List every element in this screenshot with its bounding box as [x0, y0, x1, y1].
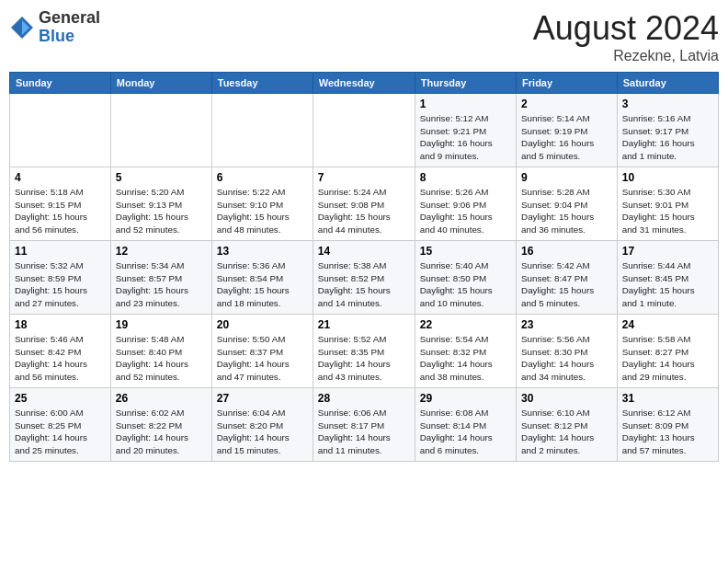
calendar-cell: 16Sunrise: 5:42 AM Sunset: 8:47 PM Dayli… — [517, 241, 618, 315]
day-info: Sunrise: 5:32 AM Sunset: 8:59 PM Dayligh… — [15, 260, 87, 308]
day-info: Sunrise: 5:24 AM Sunset: 9:08 PM Dayligh… — [318, 187, 391, 235]
day-number: 11 — [15, 245, 106, 258]
calendar-cell: 14Sunrise: 5:38 AM Sunset: 8:52 PM Dayli… — [313, 241, 415, 315]
calendar-cell: 4Sunrise: 5:18 AM Sunset: 9:15 PM Daylig… — [10, 167, 111, 241]
calendar-cell — [211, 94, 313, 167]
day-number: 20 — [217, 318, 308, 331]
calendar-cell: 28Sunrise: 6:06 AM Sunset: 8:17 PM Dayli… — [313, 388, 415, 462]
day-info: Sunrise: 5:36 AM Sunset: 8:54 PM Dayligh… — [217, 260, 290, 308]
calendar-cell: 5Sunrise: 5:20 AM Sunset: 9:13 PM Daylig… — [110, 167, 211, 241]
header-monday: Monday — [110, 73, 211, 94]
day-number: 17 — [622, 245, 713, 258]
day-info: Sunrise: 5:30 AM Sunset: 9:01 PM Dayligh… — [622, 187, 695, 235]
header-sunday: Sunday — [10, 73, 111, 94]
day-number: 22 — [420, 318, 511, 331]
calendar-cell: 27Sunrise: 6:04 AM Sunset: 8:20 PM Dayli… — [211, 388, 313, 462]
calendar-cell: 15Sunrise: 5:40 AM Sunset: 8:50 PM Dayli… — [415, 241, 516, 315]
calendar-cell: 10Sunrise: 5:30 AM Sunset: 9:01 PM Dayli… — [617, 167, 718, 241]
week-row-2: 4Sunrise: 5:18 AM Sunset: 9:15 PM Daylig… — [10, 167, 719, 241]
day-info: Sunrise: 5:12 AM Sunset: 9:21 PM Dayligh… — [420, 113, 493, 161]
calendar-title: August 2024 — [533, 9, 719, 48]
calendar-cell: 2Sunrise: 5:14 AM Sunset: 9:19 PM Daylig… — [517, 94, 618, 167]
calendar-cell: 25Sunrise: 6:00 AM Sunset: 8:25 PM Dayli… — [10, 388, 111, 462]
day-number: 21 — [318, 318, 410, 331]
logo: General Blue — [9, 9, 100, 46]
day-info: Sunrise: 5:58 AM Sunset: 8:27 PM Dayligh… — [622, 334, 695, 382]
day-number: 1 — [420, 98, 511, 110]
calendar-cell: 20Sunrise: 5:50 AM Sunset: 8:37 PM Dayli… — [211, 315, 313, 388]
calendar-cell: 24Sunrise: 5:58 AM Sunset: 8:27 PM Dayli… — [617, 315, 718, 388]
day-info: Sunrise: 5:54 AM Sunset: 8:32 PM Dayligh… — [420, 334, 493, 382]
calendar-cell: 17Sunrise: 5:44 AM Sunset: 8:45 PM Dayli… — [617, 241, 718, 315]
day-number: 15 — [420, 245, 511, 258]
day-number: 27 — [217, 392, 308, 405]
week-row-3: 11Sunrise: 5:32 AM Sunset: 8:59 PM Dayli… — [10, 241, 719, 315]
day-number: 13 — [217, 245, 308, 258]
day-info: Sunrise: 6:00 AM Sunset: 8:25 PM Dayligh… — [15, 408, 87, 455]
day-info: Sunrise: 5:46 AM Sunset: 8:42 PM Dayligh… — [15, 334, 87, 382]
day-number: 23 — [521, 318, 612, 331]
header-tuesday: Tuesday — [211, 73, 313, 94]
day-number: 18 — [15, 318, 106, 331]
day-number: 29 — [420, 392, 511, 405]
logo-icon — [9, 15, 35, 40]
calendar-cell: 9Sunrise: 5:28 AM Sunset: 9:04 PM Daylig… — [517, 167, 618, 241]
calendar-cell: 23Sunrise: 5:56 AM Sunset: 8:30 PM Dayli… — [517, 315, 618, 388]
calendar-cell — [10, 94, 111, 167]
calendar-cell: 8Sunrise: 5:26 AM Sunset: 9:06 PM Daylig… — [415, 167, 516, 241]
day-info: Sunrise: 5:28 AM Sunset: 9:04 PM Dayligh… — [521, 187, 594, 235]
day-number: 19 — [116, 318, 207, 331]
day-info: Sunrise: 5:50 AM Sunset: 8:37 PM Dayligh… — [217, 334, 290, 382]
day-info: Sunrise: 5:18 AM Sunset: 9:15 PM Dayligh… — [15, 187, 87, 235]
calendar-cell: 26Sunrise: 6:02 AM Sunset: 8:22 PM Dayli… — [110, 388, 211, 462]
day-number: 5 — [116, 171, 207, 184]
day-number: 25 — [15, 392, 106, 405]
calendar-cell: 31Sunrise: 6:12 AM Sunset: 8:09 PM Dayli… — [617, 388, 718, 462]
calendar-cell: 12Sunrise: 5:34 AM Sunset: 8:57 PM Dayli… — [110, 241, 211, 315]
day-info: Sunrise: 5:44 AM Sunset: 8:45 PM Dayligh… — [622, 260, 695, 308]
day-info: Sunrise: 6:12 AM Sunset: 8:09 PM Dayligh… — [622, 408, 695, 455]
calendar-cell: 18Sunrise: 5:46 AM Sunset: 8:42 PM Dayli… — [10, 315, 111, 388]
day-number: 7 — [318, 171, 410, 184]
calendar-cell: 21Sunrise: 5:52 AM Sunset: 8:35 PM Dayli… — [313, 315, 415, 388]
logo-general: General — [39, 9, 100, 28]
week-row-4: 18Sunrise: 5:46 AM Sunset: 8:42 PM Dayli… — [10, 315, 719, 388]
calendar-cell: 11Sunrise: 5:32 AM Sunset: 8:59 PM Dayli… — [10, 241, 111, 315]
day-number: 31 — [622, 392, 713, 405]
day-info: Sunrise: 6:06 AM Sunset: 8:17 PM Dayligh… — [318, 408, 391, 455]
day-number: 3 — [622, 98, 713, 110]
day-info: Sunrise: 6:04 AM Sunset: 8:20 PM Dayligh… — [217, 408, 290, 455]
calendar-cell: 19Sunrise: 5:48 AM Sunset: 8:40 PM Dayli… — [110, 315, 211, 388]
day-number: 24 — [622, 318, 713, 331]
day-info: Sunrise: 5:48 AM Sunset: 8:40 PM Dayligh… — [116, 334, 188, 382]
day-info: Sunrise: 5:42 AM Sunset: 8:47 PM Dayligh… — [521, 260, 594, 308]
logo-blue: Blue — [39, 28, 100, 46]
header-saturday: Saturday — [617, 73, 718, 94]
calendar-cell: 6Sunrise: 5:22 AM Sunset: 9:10 PM Daylig… — [211, 167, 313, 241]
page-header: General Blue August 2024 Rezekne, Latvia — [9, 9, 719, 64]
day-info: Sunrise: 5:34 AM Sunset: 8:57 PM Dayligh… — [116, 260, 188, 308]
day-number: 16 — [521, 245, 612, 258]
header-wednesday: Wednesday — [313, 73, 415, 94]
day-info: Sunrise: 5:22 AM Sunset: 9:10 PM Dayligh… — [217, 187, 290, 235]
day-number: 8 — [420, 171, 511, 184]
week-row-1: 1Sunrise: 5:12 AM Sunset: 9:21 PM Daylig… — [10, 94, 719, 167]
day-number: 10 — [622, 171, 713, 184]
calendar-cell: 30Sunrise: 6:10 AM Sunset: 8:12 PM Dayli… — [517, 388, 618, 462]
calendar-cell: 22Sunrise: 5:54 AM Sunset: 8:32 PM Dayli… — [415, 315, 516, 388]
day-number: 30 — [521, 392, 612, 405]
calendar-cell — [110, 94, 211, 167]
day-info: Sunrise: 5:40 AM Sunset: 8:50 PM Dayligh… — [420, 260, 493, 308]
day-info: Sunrise: 6:10 AM Sunset: 8:12 PM Dayligh… — [521, 408, 594, 455]
day-number: 2 — [521, 98, 612, 110]
week-row-5: 25Sunrise: 6:00 AM Sunset: 8:25 PM Dayli… — [10, 388, 719, 462]
day-number: 12 — [116, 245, 207, 258]
day-number: 9 — [521, 171, 612, 184]
day-number: 14 — [318, 245, 410, 258]
day-info: Sunrise: 5:38 AM Sunset: 8:52 PM Dayligh… — [318, 260, 391, 308]
day-number: 26 — [116, 392, 207, 405]
header-friday: Friday — [517, 73, 618, 94]
day-info: Sunrise: 5:26 AM Sunset: 9:06 PM Dayligh… — [420, 187, 493, 235]
calendar-cell: 13Sunrise: 5:36 AM Sunset: 8:54 PM Dayli… — [211, 241, 313, 315]
day-number: 6 — [217, 171, 308, 184]
